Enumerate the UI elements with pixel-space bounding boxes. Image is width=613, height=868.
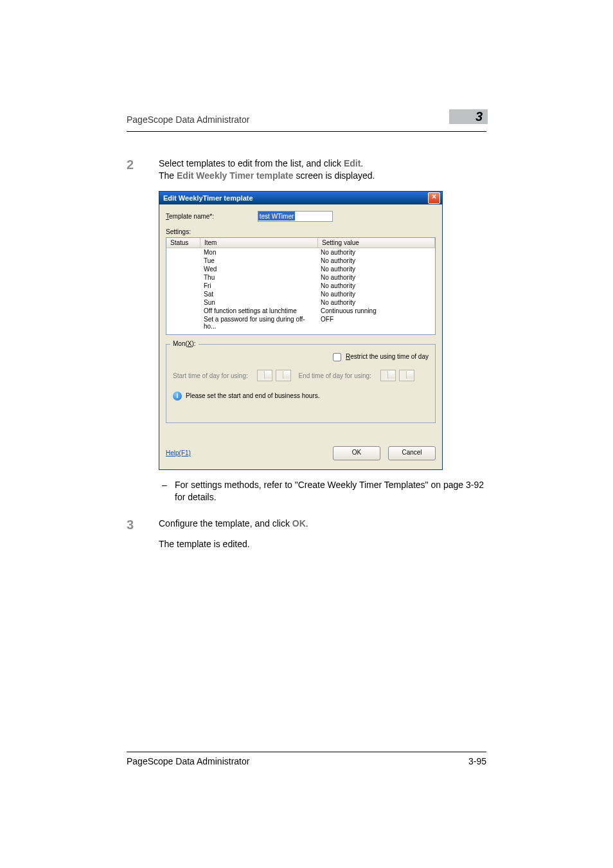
list-item[interactable]: SunNo authority [166, 298, 435, 307]
time-row: Start time of day for using: End time of… [173, 370, 429, 383]
step-3-text: Configure the template, and click OK. [159, 518, 308, 529]
step-2-text: Select templates to edit from the list, … [159, 158, 375, 181]
list-item[interactable]: TueNo authority [166, 257, 435, 265]
list-item[interactable]: Off function settings at lunchtimeContin… [166, 307, 435, 315]
list-item[interactable]: ThuNo authority [166, 273, 435, 282]
ok-button[interactable]: OK [333, 446, 380, 460]
dialog-body: Template name*: test WTimer Settings: St… [159, 204, 442, 469]
settings-label: Settings: [166, 228, 436, 235]
step-3-result: The template is edited. [127, 538, 486, 550]
header-title: PageScope Data Administrator [127, 114, 249, 125]
chapter-badge: 3 [449, 109, 488, 124]
col-status[interactable]: Status [166, 238, 200, 248]
chapter-number: 3 [449, 109, 488, 124]
list-item[interactable]: FriNo authority [166, 282, 435, 290]
footer-title: PageScope Data Administrator [127, 756, 249, 766]
start-min-stepper[interactable] [276, 370, 291, 381]
footer-page: 3-95 [468, 756, 486, 766]
col-value[interactable]: Setting value [318, 238, 435, 248]
hint-text: Please set the start and end of business… [186, 392, 319, 399]
info-icon: i [173, 392, 182, 401]
template-name-row: Template name*: test WTimer [166, 211, 436, 222]
close-icon[interactable]: × [428, 192, 440, 204]
start-hour-stepper[interactable] [257, 370, 272, 381]
list-item[interactable]: SatNo authority [166, 290, 435, 298]
template-name-label: Template name*: [166, 213, 256, 220]
step-2: 2 Select templates to edit from the list… [127, 158, 486, 182]
end-time-label: End time of day for using: [299, 372, 371, 379]
end-hour-stepper[interactable] [380, 370, 396, 381]
restrict-checkbox[interactable]: Restrict the using time of day [330, 351, 429, 363]
col-item[interactable]: Item [200, 238, 318, 248]
cancel-button[interactable]: Cancel [388, 446, 436, 460]
list-item[interactable]: MonNo authority [166, 248, 435, 257]
list-item[interactable]: WedNo authority [166, 265, 435, 273]
list-item[interactable]: Set a password for using during off-ho..… [166, 315, 435, 330]
start-time-label: Start time of day for using: [173, 372, 248, 379]
step-2-note: For settings methods, refer to "Create W… [127, 479, 486, 503]
help-link[interactable]: Help(F1) [166, 449, 191, 457]
dialog-title: Edit WeeklyTimer template [163, 192, 253, 204]
day-detail-group: Mon(X): Restrict the using time of day S… [166, 344, 436, 423]
end-min-stepper[interactable] [399, 370, 414, 381]
group-legend: Mon(X): [170, 340, 199, 347]
hint-row: i Please set the start and end of busine… [173, 392, 429, 401]
listview-header: Status Item Setting value [166, 238, 435, 248]
step-2-number: 2 [127, 156, 134, 174]
template-name-value: test WTimer [258, 212, 296, 221]
page-footer: PageScope Data Administrator 3-95 [127, 752, 486, 766]
page-header: PageScope Data Administrator 3 [127, 114, 486, 132]
dialog-footer: Help(F1) OK Cancel [166, 446, 436, 460]
restrict-checkbox-input[interactable] [333, 353, 341, 361]
dialog-titlebar[interactable]: Edit WeeklyTimer template × [159, 192, 442, 204]
settings-listview[interactable]: Status Item Setting value MonNo authorit… [166, 237, 436, 335]
edit-weeklytimer-dialog: Edit WeeklyTimer template × Template nam… [159, 191, 443, 470]
step-3-number: 3 [127, 516, 134, 534]
template-name-input[interactable]: test WTimer [258, 211, 333, 222]
step-3: 3 Configure the template, and click OK. [127, 518, 486, 530]
